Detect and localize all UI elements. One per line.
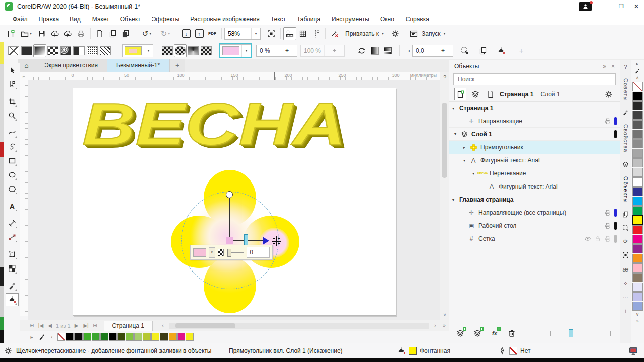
palette-expand-icon[interactable]: »: [636, 318, 638, 325]
color-swatch[interactable]: [126, 333, 134, 341]
menu-help[interactable]: Справка: [400, 16, 435, 23]
minimize-button[interactable]: —: [599, 0, 614, 13]
context-help-icon[interactable]: ?: [440, 73, 449, 81]
vertical-scroll-thumb[interactable]: [442, 103, 447, 178]
node-transparency-spinner[interactable]: 0 %+: [256, 45, 297, 57]
edit-fill-button[interactable]: [495, 44, 508, 57]
reverse-fill-button[interactable]: [355, 44, 368, 57]
cloud-upload-button[interactable]: [61, 27, 74, 40]
menu-effects[interactable]: Эффекты: [146, 16, 185, 23]
color-swatch[interactable]: [74, 333, 83, 341]
text-tool[interactable]: A: [6, 200, 19, 213]
docpal-flyout-icon[interactable]: ▸: [27, 332, 36, 341]
tree-row-layer1[interactable]: ▾ Слой 1: [449, 128, 620, 141]
expand-caret-icon[interactable]: ▾: [451, 132, 459, 136]
page-view-button[interactable]: [485, 88, 497, 100]
fill-status[interactable]: Фонтанная: [397, 347, 450, 355]
new-layer-button[interactable]: [454, 327, 466, 339]
open-button[interactable]: ▾: [17, 27, 35, 40]
two-color-pattern-fill-button[interactable]: [72, 44, 86, 57]
print-button[interactable]: [74, 27, 88, 40]
docker-collapse-icon[interactable]: »: [603, 63, 606, 70]
export-button[interactable]: ↑: [193, 27, 206, 40]
publish-pdf-button[interactable]: PDF: [206, 27, 219, 40]
display-settings-icon[interactable]: [629, 346, 638, 355]
printable-icon[interactable]: [604, 222, 611, 229]
color-swatch[interactable]: [632, 197, 643, 206]
add-docker-icon[interactable]: +: [624, 307, 628, 315]
redo-button[interactable]: ↻▾: [156, 27, 174, 40]
hscroll-right-icon[interactable]: ›: [431, 321, 440, 330]
color-swatch[interactable]: [117, 333, 125, 341]
node-position-spinner[interactable]: 100 %+: [300, 45, 345, 57]
show-rulers-button[interactable]: [283, 27, 296, 40]
menu-layout[interactable]: Макет: [87, 16, 115, 23]
color-swatch[interactable]: [109, 333, 117, 341]
object-search-box[interactable]: [453, 73, 616, 85]
color-swatch[interactable]: [186, 333, 194, 341]
color-swatch[interactable]: [632, 254, 643, 263]
docpal-scroll-left-icon[interactable]: ‹: [47, 332, 56, 341]
menu-view[interactable]: Вид: [64, 16, 87, 23]
node-swatch-dropdown-icon[interactable]: ▾: [209, 247, 215, 258]
connector-tool[interactable]: [6, 231, 19, 244]
add-page-before-button[interactable]: ⊞: [27, 321, 36, 330]
fill-direction-arrow[interactable]: [263, 237, 269, 245]
bitmap-pattern-fill-button[interactable]: [59, 44, 72, 57]
node-value-input[interactable]: 0: [247, 247, 270, 258]
import-button[interactable]: ↓: [180, 27, 193, 40]
next-page-button[interactable]: ▶: [72, 321, 82, 330]
visibility-eye-icon[interactable]: [584, 235, 591, 242]
expand-caret-icon[interactable]: ▾: [449, 106, 457, 111]
uniform-fill-button[interactable]: [20, 44, 33, 57]
vector-pattern-fill-button[interactable]: [46, 44, 59, 57]
selection-docker-icon[interactable]: [622, 225, 629, 231]
horizontal-scroll-thumb[interactable]: [175, 323, 235, 328]
lock-icon[interactable]: [594, 235, 601, 242]
node-color-caret-icon[interactable]: ▾: [242, 45, 251, 57]
menu-tools[interactable]: Инструменты: [326, 16, 375, 23]
color-swatch[interactable]: [632, 168, 643, 177]
shape-tool[interactable]: [6, 78, 19, 91]
menu-edit[interactable]: Правка: [33, 16, 65, 23]
horizontal-ruler[interactable]: миллиметры 050100150200250300: [28, 72, 440, 80]
layer-color-bar[interactable]: [614, 222, 617, 230]
acceleration-spinner[interactable]: 0,0+: [412, 45, 453, 57]
freehand-tool[interactable]: [6, 126, 19, 139]
tree-row-artistic-text[interactable]: ▾ A Фигурный текст: Arial: [449, 154, 620, 167]
view-mode-button[interactable]: [454, 88, 466, 100]
menu-window[interactable]: Окно: [375, 16, 400, 23]
printable-icon[interactable]: [604, 118, 611, 125]
statusbar-gear-icon[interactable]: [4, 347, 12, 355]
color-swatch[interactable]: [632, 302, 643, 311]
palette-scroll-down-icon[interactable]: ∨: [636, 311, 639, 318]
color-swatch[interactable]: [632, 92, 643, 101]
menu-table[interactable]: Таблица: [291, 16, 326, 23]
color-swatch[interactable]: [632, 82, 643, 91]
tree-row-master-page[interactable]: ▾ Главная страница: [449, 193, 620, 206]
node-color-dropdown[interactable]: ▾: [220, 44, 251, 57]
objects-layers-icon[interactable]: [622, 161, 629, 168]
eyedropper-tool[interactable]: [6, 279, 19, 292]
tree-row-desktop[interactable]: ▣ Рабочий стол: [449, 219, 620, 232]
tree-row-guides[interactable]: ✛ Направляющие: [449, 115, 620, 128]
dashes-docker-icon[interactable]: ⋯: [623, 294, 628, 300]
docker-tab-properties[interactable]: Свойства: [623, 124, 629, 152]
undo-button[interactable]: ↺▾: [138, 27, 156, 40]
crop-tool[interactable]: [6, 95, 19, 108]
launcher-dropdown[interactable]: Запуск▾: [408, 30, 448, 38]
menu-bitmaps[interactable]: Растровые изображения: [185, 16, 265, 23]
expand-caret-icon[interactable]: ▾: [469, 171, 477, 176]
layer-manager-button[interactable]: [469, 88, 481, 100]
add-effect-button[interactable]: fx: [489, 327, 501, 339]
new-tab-button[interactable]: +: [170, 59, 185, 72]
color-swatch[interactable]: [632, 216, 643, 225]
color-swatch[interactable]: [160, 333, 168, 341]
color-swatch[interactable]: [632, 225, 643, 234]
elliptical-fountain-button[interactable]: [174, 44, 187, 57]
layer-color-bar[interactable]: [614, 117, 617, 125]
node-swatch[interactable]: [193, 248, 206, 257]
rectangular-fountain-button[interactable]: [200, 44, 213, 57]
color-swatch[interactable]: [632, 273, 643, 282]
user-account-icon[interactable]: [579, 2, 592, 11]
